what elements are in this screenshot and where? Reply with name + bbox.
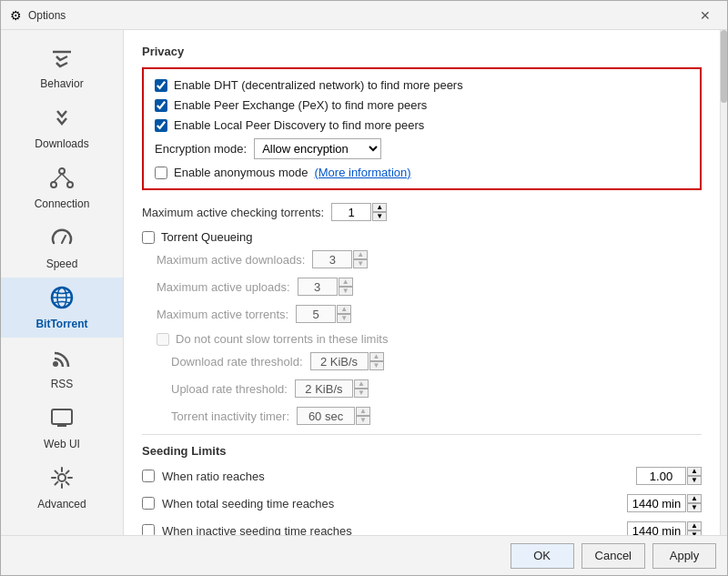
- inactive-seeding-spinner: ▲ ▼: [627, 521, 702, 535]
- downloads-icon: [49, 105, 75, 134]
- svg-line-4: [54, 174, 62, 182]
- dht-row: Enable DHT (decentralized network) to fi…: [155, 78, 689, 92]
- seeding-time-input[interactable]: [627, 494, 686, 512]
- download-rate-input[interactable]: [310, 352, 369, 370]
- no-slow-row: Do not count slow torrents in these limi…: [142, 332, 702, 346]
- inactivity-input[interactable]: [297, 407, 355, 425]
- sidebar-label-speed: Speed: [46, 258, 78, 270]
- encryption-label: Encryption mode:: [155, 142, 247, 156]
- svg-rect-11: [52, 409, 72, 424]
- pex-checkbox[interactable]: [155, 99, 167, 112]
- inactive-seeding-checkbox[interactable]: [142, 524, 155, 535]
- encryption-select[interactable]: Require encryption Allow encryption Disa…: [254, 138, 381, 159]
- download-rate-down[interactable]: ▼: [369, 361, 384, 370]
- sidebar-item-downloads[interactable]: Downloads: [1, 97, 123, 157]
- ratio-label: When ratio reaches: [162, 470, 265, 483]
- more-info-link[interactable]: (More information): [314, 166, 410, 179]
- close-button[interactable]: ✕: [691, 1, 720, 30]
- max-torrents-input[interactable]: [296, 305, 336, 323]
- max-uploads-row: Maximum active uploads: ▲ ▼: [142, 278, 702, 296]
- max-torrents-up[interactable]: ▲: [337, 305, 351, 314]
- upload-rate-up[interactable]: ▲: [354, 379, 369, 389]
- ratio-down[interactable]: ▼: [687, 476, 702, 485]
- svg-point-2: [51, 182, 56, 187]
- advanced-icon: [49, 465, 75, 494]
- lpd-checkbox[interactable]: [155, 119, 167, 132]
- max-checking-input[interactable]: [331, 203, 371, 221]
- apply-button[interactable]: Apply: [652, 543, 716, 569]
- anonymous-checkbox[interactable]: [155, 167, 167, 179]
- torrent-queueing-checkbox[interactable]: [142, 231, 155, 244]
- seeding-time-checkbox[interactable]: [142, 497, 155, 510]
- sidebar-item-behavior[interactable]: Behavior: [1, 37, 123, 97]
- svg-point-10: [53, 361, 58, 367]
- sidebar-item-rss[interactable]: RSS: [1, 338, 123, 398]
- anonymous-row: Enable anonymous mode (More information): [155, 166, 689, 179]
- cancel-button[interactable]: Cancel: [581, 543, 645, 569]
- inactive-seeding-up[interactable]: ▲: [687, 521, 702, 531]
- main-panel: Privacy Enable DHT (decentralized networ…: [124, 30, 720, 535]
- max-torrents-down[interactable]: ▼: [337, 314, 351, 323]
- seeding-limits-title: Seeding Limits: [142, 444, 702, 458]
- max-downloads-up[interactable]: ▲: [353, 250, 368, 259]
- sidebar-item-connection[interactable]: Connection: [1, 157, 123, 217]
- torrent-queueing-row: Torrent Queueing: [142, 230, 702, 244]
- ratio-input[interactable]: [636, 467, 686, 485]
- upload-rate-row: Upload rate threshold: ▲ ▼: [142, 379, 702, 398]
- download-rate-spinner: ▲ ▼: [310, 352, 384, 370]
- dht-checkbox[interactable]: [155, 79, 167, 92]
- inactivity-label: Torrent inactivity timer:: [171, 409, 289, 423]
- sidebar-item-webui[interactable]: Web UI: [1, 398, 123, 458]
- sidebar-item-bittorrent[interactable]: BitTorrent: [1, 278, 123, 338]
- privacy-box: Enable DHT (decentralized network) to fi…: [142, 67, 702, 190]
- max-torrents-row: Maximum active torrents: ▲ ▼: [142, 305, 702, 323]
- max-uploads-down[interactable]: ▼: [339, 287, 353, 296]
- max-checking-up[interactable]: ▲: [372, 203, 387, 212]
- dht-label: Enable DHT (decentralized network) to fi…: [174, 78, 463, 92]
- sidebar-label-webui: Web UI: [44, 438, 80, 450]
- upload-rate-buttons: ▲ ▼: [354, 379, 369, 398]
- max-uploads-buttons: ▲ ▼: [339, 278, 353, 296]
- privacy-title: Privacy: [142, 45, 702, 58]
- max-downloads-down[interactable]: ▼: [353, 259, 368, 268]
- download-rate-up[interactable]: ▲: [369, 352, 384, 361]
- max-uploads-input[interactable]: [298, 278, 338, 296]
- main-wrapper: Privacy Enable DHT (decentralized networ…: [124, 30, 727, 535]
- seeding-time-down[interactable]: ▼: [687, 503, 702, 512]
- inactivity-up[interactable]: ▲: [356, 407, 370, 416]
- max-uploads-spinner: ▲ ▼: [298, 278, 353, 296]
- inactive-seeding-buttons: ▲ ▼: [687, 521, 702, 535]
- max-checking-down[interactable]: ▼: [372, 212, 387, 221]
- inactivity-down[interactable]: ▼: [356, 416, 370, 425]
- inactivity-spinner: ▲ ▼: [297, 407, 370, 425]
- sidebar-label-downloads: Downloads: [35, 137, 88, 150]
- ratio-checkbox[interactable]: [142, 470, 155, 482]
- seeding-time-up[interactable]: ▲: [687, 494, 702, 503]
- inactive-seeding-input[interactable]: [627, 521, 686, 535]
- sidebar-item-speed[interactable]: Speed: [1, 217, 123, 278]
- download-rate-row: Download rate threshold: ▲ ▼: [142, 352, 702, 370]
- ok-button[interactable]: OK: [511, 543, 574, 569]
- separator: [142, 434, 702, 435]
- max-torrents-spinner: ▲ ▼: [296, 305, 351, 323]
- seeding-time-label: When total seeding time reaches: [162, 497, 334, 510]
- no-slow-checkbox[interactable]: [157, 333, 169, 346]
- max-downloads-input[interactable]: [312, 250, 352, 268]
- rss-icon: [49, 345, 75, 374]
- ratio-up[interactable]: ▲: [687, 467, 702, 476]
- upload-rate-input[interactable]: [295, 379, 353, 398]
- torrent-queueing-label: Torrent Queueing: [161, 230, 252, 244]
- max-downloads-row: Maximum active downloads: ▲ ▼: [142, 250, 702, 268]
- sidebar-label-rss: RSS: [51, 378, 74, 390]
- upload-rate-down[interactable]: ▼: [354, 389, 369, 398]
- svg-point-3: [67, 182, 73, 187]
- max-checking-spinner: ▲ ▼: [331, 203, 387, 221]
- sidebar-label-connection: Connection: [35, 197, 90, 210]
- bottom-bar: OK Cancel Apply: [1, 535, 727, 575]
- sidebar-item-advanced[interactable]: Advanced: [1, 458, 123, 518]
- max-uploads-up[interactable]: ▲: [339, 278, 353, 287]
- inactivity-row: Torrent inactivity timer: ▲ ▼: [142, 407, 702, 425]
- scrollbar[interactable]: [720, 30, 727, 535]
- sidebar: Behavior Downloads C: [1, 30, 124, 535]
- svg-point-1: [59, 168, 65, 174]
